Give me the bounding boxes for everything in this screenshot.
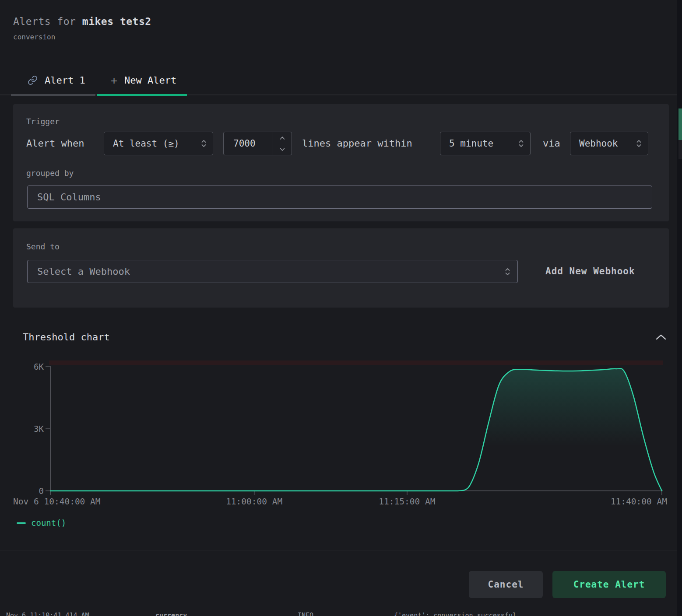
threshold-spinner bbox=[273, 132, 291, 155]
y-tick-label: 3K bbox=[34, 424, 44, 434]
window-value: 5 minute bbox=[449, 138, 493, 149]
background-log-row: Nov 6 11:10:41.414 AM currency INFO {'ev… bbox=[0, 610, 677, 616]
tab-alert-1-label: Alert 1 bbox=[45, 75, 85, 86]
x-tick-label: 11:15:00 AM bbox=[379, 497, 435, 507]
page-edge-strip bbox=[677, 0, 682, 616]
chevron-updown-icon bbox=[201, 138, 207, 149]
page-title-prefix: Alerts for bbox=[13, 16, 82, 27]
threshold-band bbox=[49, 360, 663, 365]
window-select[interactable]: 5 minute bbox=[440, 132, 531, 155]
legend-line-swatch bbox=[17, 522, 26, 524]
collapse-chart-button[interactable] bbox=[652, 330, 670, 344]
create-alert-button[interactable]: Create Alert bbox=[552, 571, 666, 598]
tab-alert-1[interactable]: Alert 1 bbox=[11, 66, 95, 94]
spinner-up-button[interactable] bbox=[273, 132, 291, 144]
page-edge-green-segment bbox=[678, 108, 682, 140]
plus-icon: + bbox=[111, 74, 117, 87]
grouped-by-label: grouped by bbox=[26, 168, 74, 178]
chevron-updown-icon bbox=[518, 138, 524, 149]
via-text: via bbox=[543, 132, 560, 155]
send-to-card: Send to Select a Webhook Add New Webhook bbox=[13, 228, 669, 308]
log-message: {'event': conversion successful bbox=[394, 612, 517, 616]
channel-value: Webhook bbox=[579, 138, 618, 149]
series-area-fill bbox=[50, 368, 662, 491]
threshold-input[interactable] bbox=[224, 132, 273, 155]
y-tick-label: 6K bbox=[34, 362, 44, 371]
x-tick-label: 11:00:00 AM bbox=[226, 497, 282, 507]
log-level: INFO bbox=[298, 612, 313, 616]
chevron-updown-icon bbox=[636, 138, 642, 149]
chart-generated: 03K6KNov 6 10:40:00 AM11:00:00 AM11:15:0… bbox=[13, 360, 667, 507]
cancel-button[interactable]: Cancel bbox=[469, 571, 543, 598]
alert-modal: Alerts for mikes tets2 conversion Alert … bbox=[0, 0, 677, 616]
tab-new-alert-active-underline bbox=[97, 94, 187, 96]
threshold-chart-title: Threshold chart bbox=[23, 332, 110, 343]
alert-when-text: Alert when bbox=[26, 132, 84, 155]
threshold-chart-svg: 03K6KNov 6 10:40:00 AM11:00:00 AM11:15:0… bbox=[0, 346, 677, 512]
x-tick-label: Nov 6 10:40:00 AM bbox=[13, 497, 101, 507]
add-new-webhook-button[interactable]: Add New Webhook bbox=[545, 260, 635, 283]
page-title-name: mikes tets2 bbox=[82, 16, 151, 27]
trigger-section-label: Trigger bbox=[26, 117, 60, 126]
tab-new-alert-label: New Alert bbox=[124, 75, 176, 86]
channel-select[interactable]: Webhook bbox=[570, 132, 648, 155]
chevron-up-icon bbox=[652, 333, 670, 341]
tab-alert-1-underline bbox=[11, 94, 95, 96]
group-by-input[interactable] bbox=[27, 186, 652, 209]
page-subtitle: conversion bbox=[13, 33, 55, 41]
chart-legend: count() bbox=[17, 518, 66, 528]
page-title: Alerts for mikes tets2 bbox=[13, 16, 151, 27]
legend-label: count() bbox=[31, 518, 66, 528]
send-to-label: Send to bbox=[26, 242, 60, 251]
webhook-select-placeholder: Select a Webhook bbox=[37, 266, 130, 277]
threshold-input-group bbox=[223, 132, 292, 155]
tab-new-alert[interactable]: + New Alert bbox=[97, 66, 187, 94]
y-tick-label: 0 bbox=[39, 486, 44, 496]
spinner-down-button[interactable] bbox=[273, 144, 291, 155]
x-tick-label: 11:40:00 AM bbox=[611, 497, 667, 507]
footer-divider bbox=[0, 550, 677, 550]
log-timestamp: Nov 6 11:10:41.414 AM bbox=[6, 612, 89, 616]
chevron-updown-icon bbox=[505, 266, 510, 277]
log-service: currency bbox=[155, 612, 187, 616]
webhook-select[interactable]: Select a Webhook bbox=[27, 260, 518, 283]
trigger-card: Trigger Alert when At least (≥) lines ap bbox=[13, 104, 669, 221]
comparator-value: At least (≥) bbox=[113, 138, 179, 149]
lines-appear-text: lines appear within bbox=[302, 132, 412, 155]
link-icon bbox=[28, 75, 38, 85]
comparator-select[interactable]: At least (≥) bbox=[104, 132, 213, 155]
page-edge-dark-segment bbox=[678, 140, 682, 159]
